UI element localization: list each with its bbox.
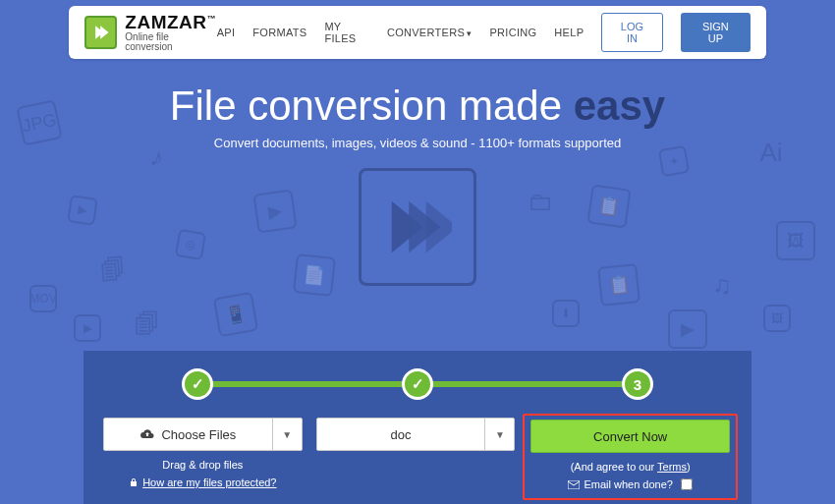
chevron-down-icon[interactable]: ▼ bbox=[272, 419, 302, 450]
terms-agreement: (And agree to our Terms) bbox=[530, 461, 730, 473]
email-when-done-label: Email when done? bbox=[584, 478, 673, 490]
format-column: doc ▼ bbox=[316, 418, 516, 492]
step-1-badge: ✓ bbox=[182, 368, 213, 400]
lock-icon bbox=[129, 477, 139, 487]
cloud-upload-icon bbox=[139, 428, 155, 440]
step-2-badge: ✓ bbox=[402, 368, 433, 400]
step-indicator: ✓ ✓ 3 bbox=[182, 368, 653, 400]
hero-logo-icon bbox=[359, 168, 476, 286]
hero-subtitle: Convert documents, images, videos & soun… bbox=[0, 136, 835, 150]
chevron-down-icon[interactable]: ▼ bbox=[484, 419, 514, 450]
choose-files-button[interactable]: Choose Files ▼ bbox=[103, 418, 303, 451]
mail-icon bbox=[568, 480, 580, 489]
format-select[interactable]: doc ▼ bbox=[316, 418, 516, 451]
files-protected-link[interactable]: How are my files protected? bbox=[142, 476, 276, 488]
hero-title: File conversion made easy bbox=[0, 83, 835, 130]
email-when-done-checkbox[interactable] bbox=[681, 478, 693, 490]
converter-panel: ✓ ✓ 3 Choose Files ▼ Drag & drop files H… bbox=[84, 351, 752, 504]
convert-column: Convert Now (And agree to our Terms) Ema… bbox=[523, 414, 738, 500]
step-3-badge: 3 bbox=[622, 368, 653, 400]
hero: File conversion made easy Convert docume… bbox=[0, 83, 835, 150]
drag-drop-label: Drag & drop files bbox=[103, 459, 303, 471]
terms-link[interactable]: Terms bbox=[657, 461, 687, 473]
choose-files-column: Choose Files ▼ Drag & drop files How are… bbox=[103, 418, 303, 492]
convert-now-button[interactable]: Convert Now bbox=[530, 420, 730, 453]
